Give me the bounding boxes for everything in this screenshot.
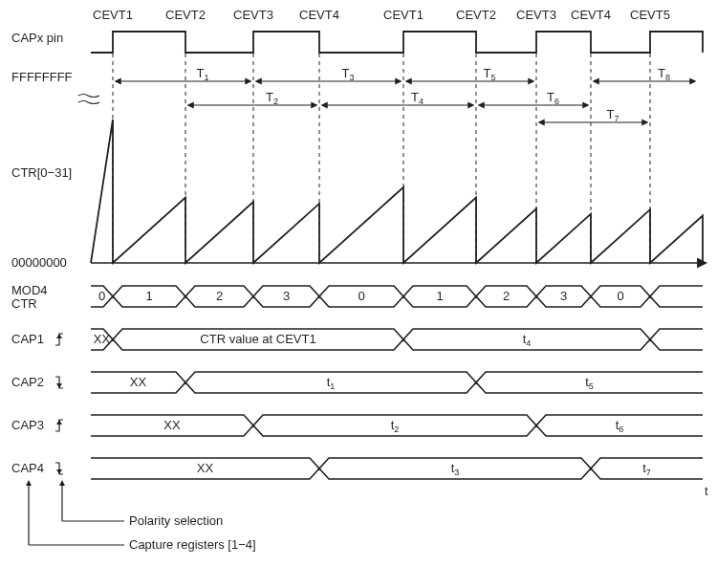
event-label: CEVT4 bbox=[571, 8, 611, 22]
event-label: CEVT4 bbox=[299, 8, 339, 22]
label-ctr-range: CTR[0−31] bbox=[11, 165, 72, 180]
label-capx-pin: CAPx pin bbox=[11, 31, 63, 45]
event-label: CEVT3 bbox=[233, 8, 273, 22]
bus-value: t7 bbox=[642, 461, 651, 477]
bus-value: t5 bbox=[585, 375, 594, 391]
bus-value: t3 bbox=[451, 461, 460, 477]
label-zeros: 00000000 bbox=[11, 255, 67, 270]
cap1-lane bbox=[91, 329, 703, 339]
edge-arrow bbox=[56, 383, 62, 388]
label-cap4: CAP4 bbox=[11, 461, 44, 475]
interval-label: T2 bbox=[266, 90, 278, 106]
note-polarity: Polarity selection bbox=[129, 513, 223, 528]
edge-arrow bbox=[56, 334, 62, 338]
interval-label: T5 bbox=[484, 66, 496, 82]
label-cap1: CAP1 bbox=[11, 332, 44, 346]
cap2-lane bbox=[91, 372, 703, 382]
bus-value: 0 bbox=[98, 289, 105, 303]
bus-value: 1 bbox=[145, 289, 152, 303]
event-label: CEVT2 bbox=[456, 8, 496, 22]
interval-label: T4 bbox=[411, 90, 424, 106]
note-capture: Capture registers [1−4] bbox=[129, 537, 256, 552]
label-mod4-ctr: CTR bbox=[11, 296, 37, 311]
bus-value: t4 bbox=[523, 332, 532, 348]
event-label: CEVT5 bbox=[630, 8, 670, 22]
bus-value: 0 bbox=[617, 289, 623, 303]
event-label: CEVT1 bbox=[383, 8, 424, 22]
axis-t: t bbox=[705, 484, 708, 498]
cap4-lane bbox=[91, 468, 703, 479]
event-label: CEVT3 bbox=[516, 8, 556, 22]
interval-label: T3 bbox=[342, 66, 355, 82]
mod4-lane bbox=[91, 296, 703, 307]
interval-label: T7 bbox=[607, 107, 619, 123]
label-mod4: MOD4 bbox=[11, 283, 48, 297]
event-label: CEVT2 bbox=[165, 8, 206, 22]
capx-waveform bbox=[91, 32, 703, 53]
cap2-lane bbox=[91, 382, 703, 393]
bus-value: 2 bbox=[503, 289, 510, 303]
bus-value: t6 bbox=[616, 418, 624, 434]
bus-value: 3 bbox=[283, 289, 290, 303]
interval-label: T1 bbox=[197, 66, 209, 82]
cap1-lane bbox=[91, 339, 703, 350]
label-cap3: CAP3 bbox=[11, 418, 44, 432]
arrowhead bbox=[26, 480, 32, 486]
break-mark bbox=[78, 95, 99, 98]
bus-value: 0 bbox=[358, 289, 364, 303]
bus-value: t1 bbox=[327, 375, 336, 391]
break-mark bbox=[78, 101, 99, 104]
bus-value: 2 bbox=[216, 289, 223, 303]
edge-arrow bbox=[56, 420, 62, 425]
bus-value: XX bbox=[197, 461, 214, 475]
bus-value: XX bbox=[130, 375, 147, 389]
label-cap2: CAP2 bbox=[11, 375, 44, 389]
arrowhead bbox=[59, 480, 65, 486]
cap4-lane bbox=[91, 458, 703, 468]
bus-value: 3 bbox=[560, 289, 567, 303]
interval-label: T8 bbox=[658, 66, 670, 82]
bus-value: t2 bbox=[391, 418, 400, 434]
ctr-sawtooth bbox=[91, 120, 703, 263]
bus-value: XX bbox=[94, 332, 111, 346]
bus-value: CTR value at CEVT1 bbox=[200, 332, 315, 346]
mod4-lane bbox=[91, 286, 703, 296]
event-label: CEVT1 bbox=[93, 8, 133, 22]
bus-value: 1 bbox=[436, 289, 443, 303]
edge-arrow bbox=[56, 469, 62, 474]
bus-value: XX bbox=[163, 418, 181, 432]
interval-label: T6 bbox=[547, 90, 559, 106]
label-ffffffff: FFFFFFFF bbox=[11, 70, 73, 84]
